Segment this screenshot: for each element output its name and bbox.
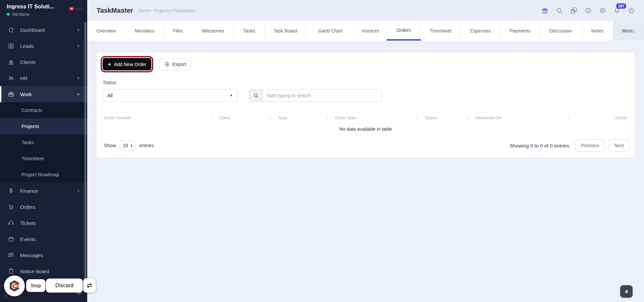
sidebar-item-label: Tickets <box>20 220 80 226</box>
submenu-item-label: Tasks <box>21 140 34 145</box>
entries-label: entries <box>139 143 154 148</box>
sidebar-item-label: Messages <box>20 252 80 258</box>
sidebar: Ingress IT Soluti... IN GRESS Vandana Da… <box>0 0 87 302</box>
submenu-item-tasks[interactable]: Tasks <box>0 134 87 150</box>
tab-members[interactable]: Members <box>125 21 164 41</box>
notifications[interactable]: 297 <box>613 7 621 14</box>
column-label: Delivered On <box>476 115 501 120</box>
sidebar-item-work[interactable]: Work <box>0 86 87 102</box>
tab-label: Tasks <box>243 28 255 34</box>
main-area: TaskMaster Home • Projects • TaskMaster … <box>87 0 644 302</box>
column-delivered-on[interactable]: Delivered On↑↓ <box>472 112 574 124</box>
stepper-down-icon: ▼ <box>130 145 132 147</box>
submenu-item-project-roadmap[interactable]: Project Roadmap <box>0 167 87 183</box>
tab-notes[interactable]: Notes <box>582 21 613 41</box>
corner-count-badge[interactable]: 4 <box>620 285 633 298</box>
tab-task-board[interactable]: Task Board <box>265 21 306 41</box>
page-size-select[interactable]: 10 ▲ ▼ <box>120 140 136 151</box>
tab-files[interactable]: Files <box>164 21 192 41</box>
tab-expenses[interactable]: Expenses <box>461 21 501 41</box>
clock-icon[interactable] <box>584 7 592 14</box>
pagination-controls: Showing 0 to 0 of 0 entries Previous Nex… <box>509 139 629 152</box>
home-icon <box>8 26 14 33</box>
tab-label: Members <box>135 28 154 34</box>
column-action: Action <box>573 112 631 124</box>
column-label: Order Date <box>335 115 357 120</box>
swap-button[interactable] <box>83 278 96 293</box>
tab-label: Timesheet <box>430 28 451 34</box>
sidebar-item-finance[interactable]: $ Finance <box>0 183 87 199</box>
stop-button[interactable]: Stop <box>26 279 46 292</box>
tab-more[interactable]: More↓ <box>613 21 644 41</box>
submenu-item-contracts[interactable]: Contracts <box>0 102 87 118</box>
status-select-value: All <box>107 93 113 98</box>
header-icons: 297 <box>541 7 635 14</box>
search-icon <box>253 93 259 98</box>
sidebar-item-events[interactable]: Events <box>0 231 87 247</box>
tab-gantt-chart[interactable]: Gantt Chart <box>306 21 355 41</box>
sidebar-item-clients[interactable]: Clients <box>0 54 87 70</box>
table-header-row: Order Number↑↓ Client↑↓ Total↑↓ Order Da… <box>101 112 631 124</box>
tab-label: Milestones <box>202 28 224 34</box>
tab-milestones[interactable]: Milestones <box>192 21 234 41</box>
sidebar-item-leads[interactable]: Leads <box>0 38 87 54</box>
entries-summary: Showing 0 to 0 of 0 entries <box>509 143 569 148</box>
tab-label: Discussion <box>549 28 572 34</box>
sidebar-item-orders[interactable]: Orders <box>0 199 87 215</box>
add-new-order-button[interactable]: + Add New Order <box>103 58 151 70</box>
sidebar-item-messages[interactable]: Messages <box>0 247 87 263</box>
sort-icon: ↑↓ <box>268 116 271 120</box>
power-icon[interactable] <box>628 7 635 14</box>
column-order-number[interactable]: Order Number↑↓ <box>101 112 216 124</box>
sidebar-item-label: Clients <box>20 59 80 65</box>
column-total[interactable]: Total↑↓ <box>274 112 332 124</box>
notes-copy-icon[interactable] <box>570 7 578 14</box>
tab-orders[interactable]: Orders <box>387 21 421 41</box>
next-page-button[interactable]: Next <box>609 139 629 152</box>
sidebar-item-tickets[interactable]: Tickets <box>0 215 87 231</box>
sort-icon: ↑↓ <box>210 116 212 120</box>
column-label: Total <box>278 115 287 120</box>
previous-page-button[interactable]: Previous <box>576 139 604 152</box>
plus-icon: + <box>108 61 111 67</box>
status-select[interactable]: All ▼ <box>103 89 237 102</box>
column-client[interactable]: Client↑↓ <box>216 112 274 124</box>
discard-button[interactable]: Discard <box>46 279 83 293</box>
tab-tasks[interactable]: Tasks <box>234 21 265 41</box>
gift-icon[interactable] <box>541 7 549 14</box>
status-filter-label: Status <box>103 80 631 85</box>
sidebar-item-label: Leads <box>20 43 70 49</box>
tab-discussion[interactable]: Discussion <box>539 21 582 41</box>
actions-row: + Add New Order Export <box>100 58 631 70</box>
submenu-item-label: Timesheet <box>21 156 44 161</box>
column-order-date[interactable]: Order Date↑↓ <box>332 112 422 124</box>
sort-icon: ↑↓ <box>466 116 469 120</box>
tab-label: Invoices <box>362 28 379 34</box>
search-icon[interactable] <box>555 7 563 14</box>
tab-overview[interactable]: Overview <box>87 21 125 41</box>
sidebar-item-dashboard[interactable]: Dashboard <box>0 22 87 38</box>
tab-invoices[interactable]: Invoices <box>355 21 387 41</box>
sidebar-scrollbar[interactable] <box>85 22 86 287</box>
submenu-item-timesheet[interactable]: Timesheet <box>0 150 87 167</box>
export-button[interactable]: Export <box>159 58 191 70</box>
chat-icon <box>8 252 14 258</box>
submenu-item-label: Contracts <box>21 108 42 113</box>
export-icon <box>164 61 170 67</box>
submenu-item-projects[interactable]: Projects <box>0 118 87 134</box>
breadcrumb[interactable]: Home • Projects • TaskMaster <box>138 8 196 13</box>
sidebar-item-label: Events <box>20 236 80 242</box>
sort-icon: ↑↓ <box>416 116 418 120</box>
export-label: Export <box>172 62 186 67</box>
sort-icon: ↑↓ <box>326 116 328 120</box>
search-input[interactable] <box>263 89 382 102</box>
work-submenu: Contracts Projects Tasks Timesheet Proje… <box>0 102 87 183</box>
pagination-row: Show 10 ▲ ▼ entries Showing 0 to 0 of 0 … <box>100 139 631 152</box>
tab-timesheet[interactable]: Timesheet <box>421 21 461 41</box>
tab-payments[interactable]: Payments <box>501 21 539 41</box>
sidebar-item-hr[interactable]: HR <box>0 70 87 86</box>
assistant-logo-button[interactable] <box>4 276 25 296</box>
plus-circle-icon[interactable] <box>599 7 606 14</box>
column-status[interactable]: Status↑↓ <box>422 112 472 124</box>
sidebar-item-label: Notice Board <box>20 268 80 274</box>
